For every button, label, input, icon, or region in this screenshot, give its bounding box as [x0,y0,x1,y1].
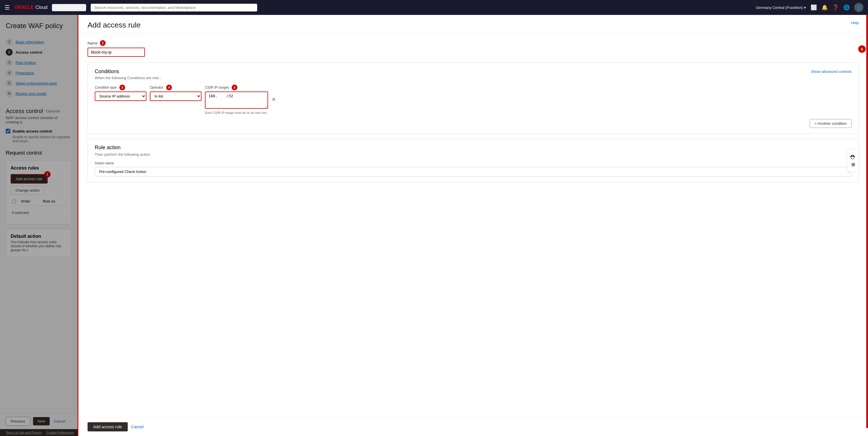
globe-icon[interactable]: 🌐 [843,4,849,11]
region-label: Germany Central (Frankfurt) [756,5,803,10]
name-input[interactable] [88,47,145,57]
help-icon[interactable]: ❓ [832,4,839,11]
oracle-text: ORACLE [14,5,34,10]
another-condition-button[interactable]: + Another condition [810,119,851,128]
overlay-bg: Add access rule Help Name 2 Conditions S… [0,15,868,436]
panel-header: Add access rule Help [79,15,868,33]
panel-body: Name 2 Conditions Show advanced controls… [79,33,868,417]
annotation-badge-6: 6 [858,45,866,53]
panel-cancel-button[interactable]: Cancel [131,425,144,429]
annotation-badge-5: 5 [231,85,237,90]
panel-footer: Add access rule Cancel [79,417,868,436]
condition-row: Condition type 3 Source IP address Opera… [95,85,851,114]
annotation-badge-2: 2 [100,40,105,46]
panel-title: Add access rule [88,21,141,30]
help-link[interactable]: Help [851,21,859,25]
cidr-field: CIDR IP ranges 5 188. /32 Each CIDR IP r… [205,85,268,114]
show-advanced-link[interactable]: Show advanced controls [811,69,851,74]
nav-right: Germany Central (Frankfurt) ▾ ⬜ 🔔 ❓ 🌐 👤 [756,3,863,12]
condition-type-select[interactable]: Source IP address [95,92,146,101]
help-icon-panel[interactable]: ⛑ ⊞ [847,149,859,172]
operator-field: Operator 4 In list [150,85,202,101]
cloud-classic-label: Cloud Classic [56,5,79,10]
close-condition-button[interactable]: ✕ [272,96,276,103]
condition-type-field: Condition type 3 Source IP address [95,85,146,101]
rule-action-title: Rule action [95,144,851,150]
annotation-badge-3: 3 [119,85,125,90]
cloud-classic-chevron: > [81,5,83,10]
operator-label: Operator 4 [150,85,202,90]
rule-action-box: Rule action Then perform the following a… [88,139,859,182]
overlay-panel: Add access rule Help Name 2 Conditions S… [78,15,868,436]
conditions-header: Conditions Show advanced controls [95,69,851,75]
panel-add-access-rule-button[interactable]: Add access rule [88,422,128,431]
red-border-line [866,15,868,428]
action-name-select[interactable]: Pre-configured Check Action [95,167,851,176]
oracle-logo: ORACLE Cloud [14,5,48,10]
rule-action-desc: Then perform the following action. [95,152,851,157]
region-selector[interactable]: Germany Central (Frankfurt) ▾ [756,5,806,10]
conditions-title: Conditions [95,69,119,75]
region-chevron-icon: ▾ [804,5,806,10]
bell-icon[interactable]: 🔔 [822,4,828,11]
name-label: Name 2 [88,40,859,46]
condition-type-label: Condition type 3 [95,85,146,90]
conditions-box: Conditions Show advanced controls When t… [88,63,859,134]
operator-select[interactable]: In list [150,92,202,101]
avatar[interactable]: 👤 [854,3,863,12]
hamburger-icon[interactable]: ☰ [5,4,10,11]
lifebuoy-icon: ⛑ [850,154,856,161]
conditions-desc: When the following Conditions are met... [95,76,851,80]
cloud-classic-button[interactable]: Cloud Classic > [52,4,86,11]
name-field-group: Name 2 [88,40,859,57]
grid-icon: ⊞ [851,162,855,167]
terminal-icon[interactable]: ⬜ [811,4,817,11]
top-nav: ☰ ORACLE Cloud Cloud Classic > Germany C… [0,0,868,15]
cidr-textarea[interactable]: 188. /32 [205,92,268,109]
annotation-badge-4: 4 [166,85,172,90]
action-name-label: Action name [95,161,851,165]
cloud-text: Cloud [36,5,48,10]
search-input[interactable] [91,4,257,11]
cidr-hint: Each CIDR IP range must be on its own li… [205,111,268,114]
cidr-label: CIDR IP ranges 5 [205,85,268,90]
